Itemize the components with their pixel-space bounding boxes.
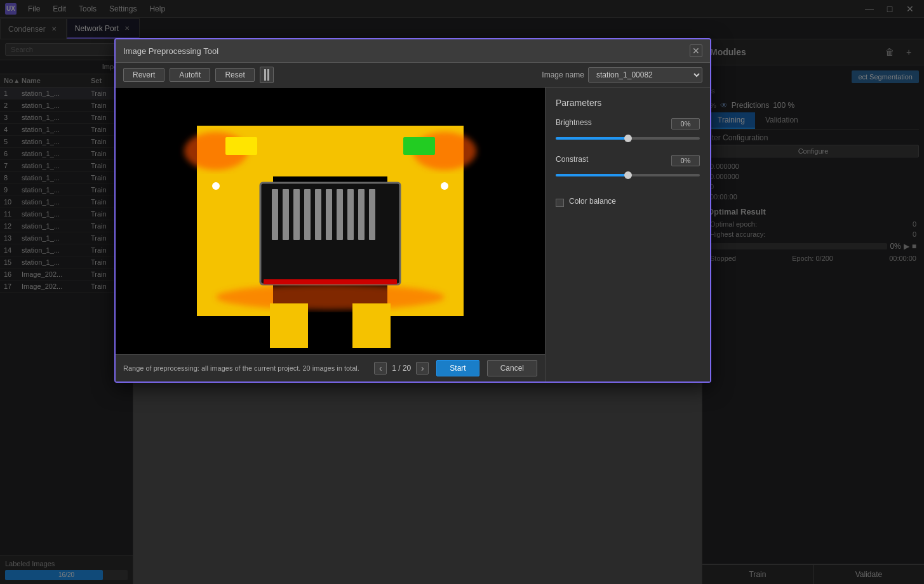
brightness-value: 0% — [671, 118, 700, 129]
svg-rect-12 — [283, 189, 289, 240]
cancel-button[interactable]: Cancel — [487, 360, 537, 376]
contrast-thumb[interactable] — [624, 171, 632, 179]
svg-rect-17 — [337, 189, 343, 240]
svg-point-21 — [216, 284, 445, 310]
svg-rect-19 — [358, 189, 365, 240]
dialog-header: Image Preprocessing Tool ✕ — [116, 39, 710, 63]
image-name-group: Image name station_1_00082 — [542, 67, 702, 83]
dialog-title: Image Preprocessing Tool — [123, 46, 218, 56]
dialog-body: Range of preprocessing: all images of th… — [116, 88, 710, 382]
contrast-label: Constrast — [556, 155, 588, 164]
revert-button[interactable]: Revert — [123, 68, 164, 82]
svg-rect-16 — [326, 189, 332, 240]
nav-prev-button[interactable]: ‹ — [374, 362, 387, 375]
color-balance-label: Color balance — [569, 197, 616, 206]
dialog-overlay: Image Preprocessing Tool ✕ Revert Autofi… — [0, 0, 924, 584]
preprocessing-dialog: Image Preprocessing Tool ✕ Revert Autofi… — [114, 38, 711, 383]
color-balance-row: Color balance — [556, 197, 700, 208]
svg-rect-6 — [225, 137, 257, 155]
brightness-thumb[interactable] — [624, 135, 632, 142]
brightness-row: Brightness 0% — [556, 118, 700, 129]
image-name-select[interactable]: station_1_00082 — [588, 67, 702, 83]
autofit-button[interactable]: Autofit — [170, 68, 210, 82]
svg-rect-7 — [403, 137, 435, 155]
svg-rect-18 — [347, 189, 354, 240]
dialog-toolbar: Revert Autofit Reset Image name station_… — [116, 63, 710, 88]
image-name-label: Image name — [542, 70, 584, 79]
start-button[interactable]: Start — [436, 360, 479, 376]
svg-point-9 — [441, 182, 448, 190]
svg-rect-22 — [264, 279, 397, 284]
reset-button[interactable]: Reset — [215, 68, 254, 82]
split-view-icon[interactable] — [260, 67, 274, 83]
svg-rect-14 — [304, 189, 311, 240]
svg-rect-11 — [272, 189, 278, 240]
svg-rect-13 — [293, 189, 300, 240]
nav-group: ‹ 1 / 20 › — [374, 362, 429, 375]
svg-rect-15 — [315, 189, 321, 240]
contrast-row: Constrast 0% — [556, 155, 700, 166]
color-balance-checkbox[interactable] — [556, 199, 564, 207]
svg-rect-23 — [270, 303, 308, 348]
brightness-label: Brightness — [556, 118, 592, 127]
nav-next-button[interactable]: › — [416, 362, 429, 375]
dialog-close-button[interactable]: ✕ — [690, 44, 702, 57]
split-bar-2 — [267, 69, 269, 81]
dialog-params: Parameters Brightness 0% Constrast 0% — [545, 88, 710, 382]
brightness-slider[interactable] — [556, 132, 700, 145]
split-bar-1 — [264, 69, 266, 81]
params-title: Parameters — [556, 98, 700, 108]
svg-rect-20 — [369, 189, 375, 240]
footer-text: Range of preprocessing: all images of th… — [123, 364, 366, 372]
contrast-slider[interactable] — [556, 169, 700, 182]
dialog-footer: Range of preprocessing: all images of th… — [116, 354, 545, 382]
nav-position: 1 / 20 — [392, 364, 411, 373]
svg-point-8 — [212, 182, 220, 190]
network-port-image — [116, 88, 545, 354]
contrast-value: 0% — [671, 155, 700, 166]
dialog-image-area: Range of preprocessing: all images of th… — [116, 88, 545, 382]
svg-rect-24 — [352, 303, 391, 348]
